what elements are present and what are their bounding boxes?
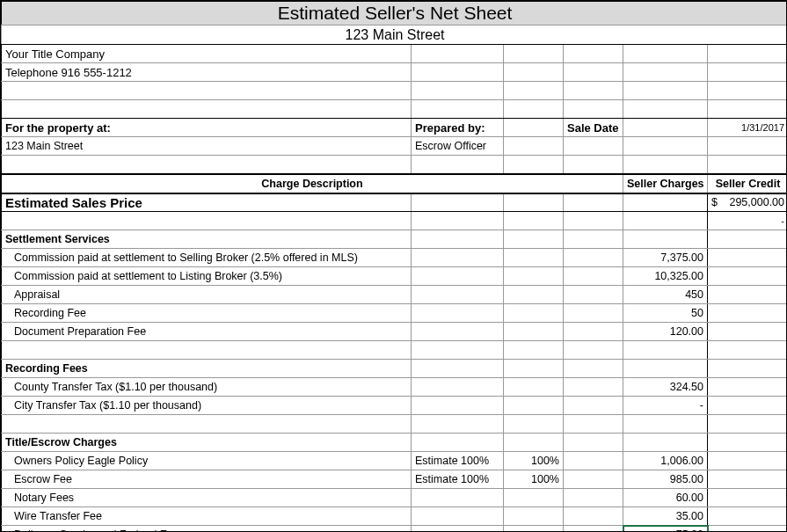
- line-item-row: Commission paid at settlement to Listing…: [2, 267, 788, 286]
- line-item-desc[interactable]: Notary Fees: [2, 489, 412, 507]
- seller-credit-cell[interactable]: [708, 267, 788, 286]
- line-item-desc[interactable]: Delivery, Courier and Federal Express: [2, 526, 412, 533]
- cell[interactable]: [623, 212, 708, 230]
- blank-row: [2, 156, 788, 174]
- prepared-by-value[interactable]: Escrow Officer: [412, 137, 504, 156]
- seller-charge-cell[interactable]: 50: [623, 304, 708, 323]
- line-item-row: Recording Fee 50: [2, 304, 788, 323]
- seller-charge-cell[interactable]: 985.00: [623, 470, 708, 489]
- line-item-desc[interactable]: Commission paid at settlement to Listing…: [2, 267, 412, 286]
- dash-value[interactable]: -: [708, 212, 788, 230]
- for-property-value[interactable]: 123 Main Street: [2, 137, 412, 156]
- cell[interactable]: [623, 45, 708, 63]
- line-item-desc[interactable]: Owners Policy Eagle Policy: [2, 452, 412, 470]
- company-row: Your Title Company: [2, 45, 788, 63]
- recording-fees-header: Recording Fees: [2, 360, 412, 378]
- seller-charge-cell[interactable]: -: [623, 397, 708, 415]
- blank-row: [2, 341, 788, 360]
- estimate-pct[interactable]: 100%: [504, 452, 564, 470]
- seller-credit-cell[interactable]: [708, 507, 788, 526]
- seller-charge-cell[interactable]: 450: [623, 286, 708, 304]
- blank-row: [2, 100, 788, 119]
- net-sheet-document: Estimated Seller's Net Sheet 123 Main St…: [0, 0, 787, 532]
- seller-credit-cell[interactable]: [708, 470, 788, 489]
- estimated-sales-price-amount: 295,000.00: [729, 196, 784, 208]
- seller-charge-cell[interactable]: 7,375.00: [623, 249, 708, 267]
- seller-credit-cell[interactable]: [708, 526, 788, 533]
- estimated-sales-price-label: Estimated Sales Price: [2, 193, 412, 212]
- property-header-row: For the property at: Prepared by: Sale D…: [2, 119, 788, 137]
- section-header-row: Settlement Services: [2, 230, 788, 249]
- title-row: Estimated Seller's Net Sheet: [2, 2, 788, 26]
- line-item-row: Escrow Fee Estimate 100% 100% 985.00: [2, 470, 788, 489]
- seller-credit-cell[interactable]: [708, 397, 788, 415]
- line-item-desc[interactable]: Recording Fee: [2, 304, 412, 323]
- seller-charge-cell[interactable]: 10,325.00: [623, 267, 708, 286]
- line-item-row: Commission paid at settlement to Selling…: [2, 249, 788, 267]
- line-item-row: Owners Policy Eagle Policy Estimate 100%…: [2, 452, 788, 470]
- line-item-desc[interactable]: Escrow Fee: [2, 470, 412, 489]
- header-seller-charges: Seller Charges: [623, 174, 708, 193]
- line-item-desc[interactable]: County Transfer Tax ($1.10 per thousand): [2, 378, 412, 397]
- seller-credit-cell[interactable]: [708, 304, 788, 323]
- estimate-note[interactable]: Estimate 100%: [412, 452, 504, 470]
- seller-credit-cell[interactable]: [708, 489, 788, 507]
- cell[interactable]: [708, 45, 788, 63]
- blank-row: -: [2, 212, 788, 230]
- seller-credit-cell[interactable]: [708, 323, 788, 341]
- estimated-price-row: Estimated Sales Price $ 295,000.00: [2, 193, 788, 212]
- sale-date-label: Sale Date: [564, 119, 623, 137]
- seller-credit-cell[interactable]: [708, 286, 788, 304]
- estimate-note[interactable]: Estimate 100%: [412, 470, 504, 489]
- spreadsheet-grid: Estimated Seller's Net Sheet 123 Main St…: [1, 1, 787, 532]
- subtitle-row: 123 Main Street: [2, 26, 788, 45]
- sale-date-value[interactable]: 1/31/2017: [708, 119, 788, 137]
- seller-charge-cell[interactable]: 120.00: [623, 323, 708, 341]
- line-item-row: Appraisal 450: [2, 286, 788, 304]
- prepared-by-label: Prepared by:: [412, 119, 504, 137]
- seller-credit-cell[interactable]: [708, 378, 788, 397]
- line-item-desc[interactable]: Commission paid at settlement to Selling…: [2, 249, 412, 267]
- telephone-row: Telephone 916 555-1212: [2, 63, 788, 82]
- seller-charge-cell[interactable]: 35.00: [623, 507, 708, 526]
- cell[interactable]: [412, 45, 504, 63]
- seller-credit-cell[interactable]: [708, 452, 788, 470]
- company-phone: Telephone 916 555-1212: [2, 63, 412, 82]
- section-header-row: Title/Escrow Charges: [2, 434, 788, 452]
- for-property-label: For the property at:: [2, 119, 412, 137]
- seller-charge-cell[interactable]: 1,006.00: [623, 452, 708, 470]
- seller-charge-cell[interactable]: 324.50: [623, 378, 708, 397]
- blank-row: [2, 82, 788, 100]
- cell[interactable]: [623, 193, 708, 212]
- blank-row: [2, 415, 788, 434]
- estimate-pct[interactable]: 100%: [504, 470, 564, 489]
- seller-charge-cell[interactable]: 60.00: [623, 489, 708, 507]
- line-item-row: County Transfer Tax ($1.10 per thousand)…: [2, 378, 788, 397]
- line-item-row: Notary Fees 60.00: [2, 489, 788, 507]
- line-item-desc[interactable]: City Transfer Tax ($1.10 per thousand): [2, 397, 412, 415]
- column-headers-row: Charge Description Seller Charges Seller…: [2, 174, 788, 193]
- currency-symbol: $: [711, 196, 718, 208]
- line-item-row: Document Preparation Fee 120.00: [2, 323, 788, 341]
- seller-credit-cell[interactable]: [708, 249, 788, 267]
- settlement-services-header: Settlement Services: [2, 230, 412, 249]
- line-item-desc[interactable]: Wire Transfer Fee: [2, 507, 412, 526]
- line-item-desc[interactable]: Document Preparation Fee: [2, 323, 412, 341]
- line-item-row: Delivery, Courier and Federal Express 75…: [2, 526, 788, 533]
- line-item-desc[interactable]: Appraisal: [2, 286, 412, 304]
- document-title: Estimated Seller's Net Sheet: [2, 2, 788, 26]
- cell[interactable]: [504, 45, 564, 63]
- company-name: Your Title Company: [2, 45, 412, 63]
- header-charge-description: Charge Description: [2, 174, 623, 193]
- line-item-row: City Transfer Tax ($1.10 per thousand) -: [2, 397, 788, 415]
- line-item-row: Wire Transfer Fee 35.00: [2, 507, 788, 526]
- property-value-row: 123 Main Street Escrow Officer: [2, 137, 788, 156]
- cell[interactable]: [564, 45, 623, 63]
- property-address-subtitle: 123 Main Street: [2, 26, 788, 45]
- title-escrow-header: Title/Escrow Charges: [2, 434, 412, 452]
- section-header-row: Recording Fees: [2, 360, 788, 378]
- seller-charge-cell-selected[interactable]: 75.00: [623, 526, 708, 533]
- header-seller-credit: Seller Credit: [708, 174, 788, 193]
- estimated-sales-price-value[interactable]: $ 295,000.00: [708, 193, 788, 212]
